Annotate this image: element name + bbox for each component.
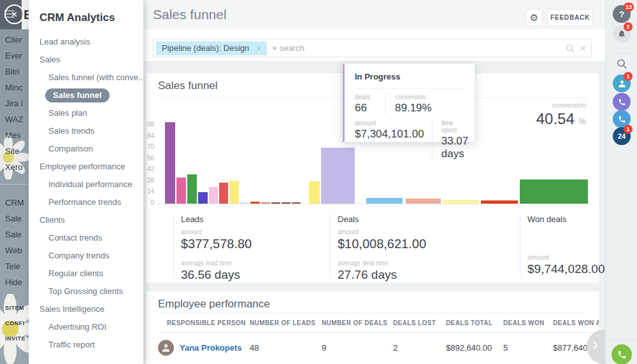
filter-search-box[interactable]: Pipeline (deals): Design× + × bbox=[153, 39, 592, 57]
stat-amount-label: amount bbox=[527, 254, 596, 261]
funnel-bar-19[interactable] bbox=[520, 179, 588, 204]
menu-item-sales-intelligence[interactable]: Sales Intelligence bbox=[29, 300, 143, 318]
tooltip-amount-value: $7,304,101.00 bbox=[355, 128, 424, 141]
page-title: Sales funnel bbox=[153, 7, 227, 22]
table-card-title: Employee performance bbox=[158, 298, 270, 311]
stat-amount-label: amount bbox=[181, 228, 326, 235]
tooltip-deals-label: deals bbox=[355, 94, 378, 101]
notifications-button[interactable]: 2 bbox=[613, 25, 631, 43]
clear-search-icon[interactable]: × bbox=[580, 43, 586, 53]
feedback-button[interactable]: FEEDBACK bbox=[547, 9, 593, 26]
phone-icon bbox=[618, 115, 626, 123]
settings-button[interactable]: ⚙ bbox=[526, 9, 543, 26]
tooltip-time-label: time spent bbox=[441, 120, 469, 134]
funnel-bar-13[interactable] bbox=[309, 181, 320, 204]
search-input[interactable] bbox=[280, 43, 566, 53]
gear-icon: ⚙ bbox=[530, 12, 538, 23]
menu-item-lead-analysis[interactable]: Lead analysis bbox=[29, 33, 143, 51]
logo-badge: 1 bbox=[624, 125, 633, 134]
column-header[interactable]: NUMBER OF DEALS bbox=[322, 319, 393, 326]
funnel-bar-in-progress[interactable] bbox=[321, 148, 355, 204]
help-badge: 13 bbox=[624, 3, 634, 11]
panel-title: CRM Analytics bbox=[39, 11, 143, 24]
funnel-bar-5[interactable] bbox=[219, 183, 228, 204]
funnel-bar-17[interactable] bbox=[443, 200, 479, 204]
global-search-button[interactable] bbox=[613, 55, 631, 73]
y-axis-tick: 70 bbox=[143, 143, 154, 150]
menu-item-clients[interactable]: Clients bbox=[29, 211, 143, 229]
profile-badge: 1 bbox=[624, 72, 633, 81]
y-axis-tick: 28 bbox=[143, 177, 154, 184]
column-header[interactable]: DEALS WON AMOUNT bbox=[553, 319, 599, 326]
y-axis-tick: 56 bbox=[143, 155, 154, 162]
employee-name-link[interactable]: Yana Prokopets bbox=[180, 343, 242, 353]
menu-item-sales[interactable]: Sales bbox=[29, 51, 143, 69]
y-axis-tick: 84 bbox=[143, 132, 154, 139]
menu-item-employee-performance[interactable]: Employee performance bbox=[29, 158, 143, 176]
telephony-button[interactable] bbox=[613, 93, 631, 111]
menu-item-contact-trends[interactable]: Contact trends bbox=[29, 229, 143, 247]
cell-deals-lost: 2 bbox=[393, 343, 446, 353]
plus-icon: + bbox=[272, 43, 277, 53]
menu-item-individual-performance[interactable]: Individual performance bbox=[29, 176, 143, 193]
search-icon bbox=[617, 59, 627, 69]
menu-item-sales-trends[interactable]: Sales trends bbox=[29, 122, 143, 140]
panel-menu: Lead analysisSalesSales funnel (with con… bbox=[29, 33, 143, 354]
help-button[interactable]: ? 13 bbox=[613, 5, 631, 23]
column-header[interactable]: DEALS WON bbox=[503, 319, 553, 326]
column-header[interactable]: RESPONSIBLE PERSON bbox=[167, 319, 250, 326]
menu-item-regular-clients[interactable]: Regular clients bbox=[29, 265, 143, 283]
bitrix24-logo-button[interactable]: 24 1 bbox=[613, 127, 631, 145]
funnel-bar-16[interactable] bbox=[406, 199, 441, 204]
menu-item-top-grossing-clients[interactable]: Top Grossing clients bbox=[29, 283, 143, 300]
filter-chip[interactable]: Pipeline (deals): Design× bbox=[156, 41, 267, 55]
funnel-bar-1[interactable] bbox=[176, 178, 186, 204]
funnel-bar-12[interactable] bbox=[292, 202, 301, 204]
stat-time-label: average lead time bbox=[181, 260, 326, 267]
question-icon: ? bbox=[619, 10, 624, 19]
close-panel-button[interactable]: × bbox=[4, 4, 24, 24]
menu-item-performance-trends[interactable]: Performance trends bbox=[29, 193, 143, 211]
menu-item-company-trends[interactable]: Company trends bbox=[29, 247, 143, 265]
funnel-bar-18[interactable] bbox=[481, 200, 518, 204]
funnel-bar-11[interactable] bbox=[282, 202, 290, 204]
funnel-bar-4[interactable] bbox=[209, 187, 218, 204]
column-header[interactable]: NUMBER OF LEADS bbox=[250, 319, 322, 326]
menu-item-sales-plan[interactable]: Sales plan bbox=[29, 104, 143, 122]
menu-item-traffic-report[interactable]: Traffic report bbox=[29, 336, 143, 354]
column-header[interactable]: DEALS LOST bbox=[393, 319, 446, 326]
funnel-bar-0[interactable] bbox=[165, 122, 175, 204]
tooltip-amount-label: amount bbox=[355, 120, 424, 127]
support-chat-button[interactable] bbox=[612, 344, 632, 364]
funnel-card-title: Sales funnel bbox=[158, 80, 218, 92]
table-header-row: RESPONSIBLE PERSON NUMBER OF LEADS NUMBE… bbox=[158, 313, 599, 332]
stat-amount-label: amount bbox=[338, 228, 516, 235]
filter-chip-label: Pipeline (deals): Design bbox=[162, 43, 249, 53]
search-icon[interactable] bbox=[566, 44, 575, 53]
menu-item-comparison[interactable]: Comparison bbox=[29, 140, 143, 158]
stat-amount-value: $377,578.80 bbox=[181, 237, 326, 251]
tooltip-conversion-label: conversion bbox=[395, 94, 432, 101]
funnel-bar-6[interactable] bbox=[229, 181, 239, 204]
tooltip-title: In Progress bbox=[355, 72, 466, 81]
profile-button[interactable]: 1 bbox=[613, 74, 631, 92]
funnel-bar-2[interactable] bbox=[187, 174, 197, 204]
menu-item-sales-funnel-with-conve[interactable]: Sales funnel (with conve... bbox=[29, 69, 143, 87]
funnel-bar-3[interactable] bbox=[198, 192, 208, 204]
funnel-bar-15[interactable] bbox=[366, 198, 403, 204]
divider bbox=[355, 88, 466, 88]
cell-number-of-leads: 48 bbox=[250, 343, 322, 353]
column-header[interactable]: DEALS TOTAL bbox=[446, 319, 503, 326]
menu-item-sales-funnel[interactable]: Sales funnel bbox=[29, 87, 143, 104]
stat-time-value: 27.76 days bbox=[338, 268, 516, 282]
funnel-bar-7[interactable] bbox=[240, 202, 249, 204]
menu-item-advertising-roi[interactable]: Advertising ROI bbox=[29, 318, 143, 336]
funnel-bar-10[interactable] bbox=[271, 202, 280, 204]
main-area: Sales funnel ⚙ FEEDBACK Pipeline (deals)… bbox=[143, 0, 605, 364]
bitrix24-logo: 24 bbox=[618, 132, 626, 140]
funnel-bar-9[interactable] bbox=[261, 202, 270, 204]
funnel-bar-8[interactable] bbox=[250, 202, 260, 204]
stat-name: Leads bbox=[181, 213, 326, 224]
chip-close-icon[interactable]: × bbox=[257, 44, 261, 53]
filter-bar: Pipeline (deals): Design× + × bbox=[143, 29, 605, 61]
